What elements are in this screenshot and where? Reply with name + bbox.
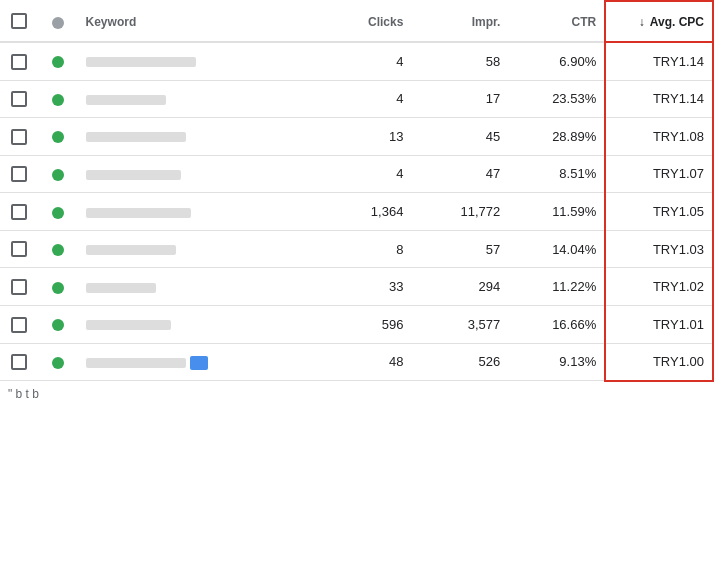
- clicks-header[interactable]: Clicks: [314, 1, 411, 42]
- footer-text: " b t b: [0, 381, 314, 408]
- avg-cpc-header-label: Avg. CPC: [650, 15, 704, 29]
- row-checkbox-cell[interactable]: [0, 193, 39, 231]
- keyword-header-label: Keyword: [86, 15, 137, 29]
- table-row: 3329411.22%TRY1.02: [0, 268, 713, 306]
- keyword-value: [86, 358, 186, 368]
- clicks-header-label: Clicks: [368, 15, 403, 29]
- row-impr-cell: 526: [411, 343, 508, 381]
- row-keyword-cell[interactable]: [78, 268, 315, 306]
- row-status-cell: [39, 193, 78, 231]
- row-ctr-cell: 9.13%: [508, 343, 605, 381]
- sort-desc-icon: ↓: [639, 15, 645, 29]
- row-checkbox[interactable]: [11, 241, 27, 257]
- row-avg-cpc-cell: TRY1.01: [605, 305, 713, 343]
- row-ctr-cell: 6.90%: [508, 42, 605, 80]
- row-impr-cell: 45: [411, 118, 508, 156]
- row-impr-cell: 58: [411, 42, 508, 80]
- keyword-value: [86, 170, 181, 180]
- status-dot: [52, 56, 64, 68]
- status-dot: [52, 282, 64, 294]
- row-ctr-cell: 16.66%: [508, 305, 605, 343]
- row-checkbox-cell[interactable]: [0, 118, 39, 156]
- row-checkbox[interactable]: [11, 54, 27, 70]
- keyword-value: [86, 95, 166, 105]
- row-avg-cpc-cell: TRY1.02: [605, 268, 713, 306]
- row-impr-cell: 47: [411, 155, 508, 193]
- keyword-value: [86, 208, 191, 218]
- row-checkbox[interactable]: [11, 317, 27, 333]
- row-avg-cpc-cell: TRY1.08: [605, 118, 713, 156]
- status-dot: [52, 169, 64, 181]
- row-checkbox[interactable]: [11, 204, 27, 220]
- row-checkbox[interactable]: [11, 279, 27, 295]
- keyword-value: [86, 320, 171, 330]
- select-all-checkbox[interactable]: [11, 13, 27, 29]
- row-avg-cpc-cell: TRY1.14: [605, 42, 713, 80]
- table-row: 1,36411,77211.59%TRY1.05: [0, 193, 713, 231]
- row-status-cell: [39, 42, 78, 80]
- row-checkbox[interactable]: [11, 91, 27, 107]
- select-all-header[interactable]: [0, 1, 39, 42]
- row-avg-cpc-cell: TRY1.14: [605, 80, 713, 118]
- row-ctr-cell: 8.51%: [508, 155, 605, 193]
- row-checkbox-cell[interactable]: [0, 42, 39, 80]
- status-dot: [52, 94, 64, 106]
- impr-header[interactable]: Impr.: [411, 1, 508, 42]
- row-checkbox[interactable]: [11, 129, 27, 145]
- impr-header-label: Impr.: [472, 15, 501, 29]
- row-keyword-cell[interactable]: [78, 42, 315, 80]
- status-dot: [52, 319, 64, 331]
- table-row: 4478.51%TRY1.07: [0, 155, 713, 193]
- row-status-cell: [39, 80, 78, 118]
- avg-cpc-header[interactable]: ↓ Avg. CPC: [605, 1, 713, 42]
- row-ctr-cell: 14.04%: [508, 230, 605, 268]
- status-dot: [52, 357, 64, 369]
- table-row: 134528.89%TRY1.08: [0, 118, 713, 156]
- row-checkbox-cell[interactable]: [0, 80, 39, 118]
- row-checkbox-cell[interactable]: [0, 343, 39, 381]
- status-dot: [52, 244, 64, 256]
- row-status-cell: [39, 155, 78, 193]
- keywords-table: Keyword Clicks Impr. CTR ↓ Avg. CPC: [0, 0, 714, 407]
- keyword-header[interactable]: Keyword: [78, 1, 315, 42]
- row-status-cell: [39, 230, 78, 268]
- keyword-value: [86, 245, 176, 255]
- row-ctr-cell: 23.53%: [508, 80, 605, 118]
- row-keyword-cell[interactable]: [78, 118, 315, 156]
- row-keyword-cell[interactable]: [78, 80, 315, 118]
- table-row: 485269.13%TRY1.00: [0, 343, 713, 381]
- row-status-cell: [39, 118, 78, 156]
- row-checkbox-cell[interactable]: [0, 305, 39, 343]
- table-row: 4586.90%TRY1.14: [0, 42, 713, 80]
- row-avg-cpc-cell: TRY1.07: [605, 155, 713, 193]
- row-clicks-cell: 48: [314, 343, 411, 381]
- row-avg-cpc-cell: TRY1.00: [605, 343, 713, 381]
- row-clicks-cell: 13: [314, 118, 411, 156]
- keyword-value: [86, 283, 156, 293]
- row-impr-cell: 57: [411, 230, 508, 268]
- row-checkbox[interactable]: [11, 354, 27, 370]
- row-keyword-cell[interactable]: [78, 305, 315, 343]
- row-keyword-cell[interactable]: [78, 193, 315, 231]
- ctr-header[interactable]: CTR: [508, 1, 605, 42]
- row-keyword-cell[interactable]: [78, 155, 315, 193]
- row-avg-cpc-cell: TRY1.03: [605, 230, 713, 268]
- row-status-cell: [39, 268, 78, 306]
- table-row: 5963,57716.66%TRY1.01: [0, 305, 713, 343]
- row-keyword-cell[interactable]: [78, 230, 315, 268]
- row-clicks-cell: 33: [314, 268, 411, 306]
- status-header: [39, 1, 78, 42]
- row-keyword-cell[interactable]: [78, 343, 315, 381]
- row-ctr-cell: 11.59%: [508, 193, 605, 231]
- row-ctr-cell: 28.89%: [508, 118, 605, 156]
- row-checkbox-cell[interactable]: [0, 230, 39, 268]
- status-dot: [52, 131, 64, 143]
- row-impr-cell: 11,772: [411, 193, 508, 231]
- keyword-badge: [190, 356, 208, 370]
- row-ctr-cell: 11.22%: [508, 268, 605, 306]
- row-checkbox-cell[interactable]: [0, 268, 39, 306]
- row-status-cell: [39, 305, 78, 343]
- row-checkbox-cell[interactable]: [0, 155, 39, 193]
- status-header-icon: [52, 17, 64, 29]
- row-checkbox[interactable]: [11, 166, 27, 182]
